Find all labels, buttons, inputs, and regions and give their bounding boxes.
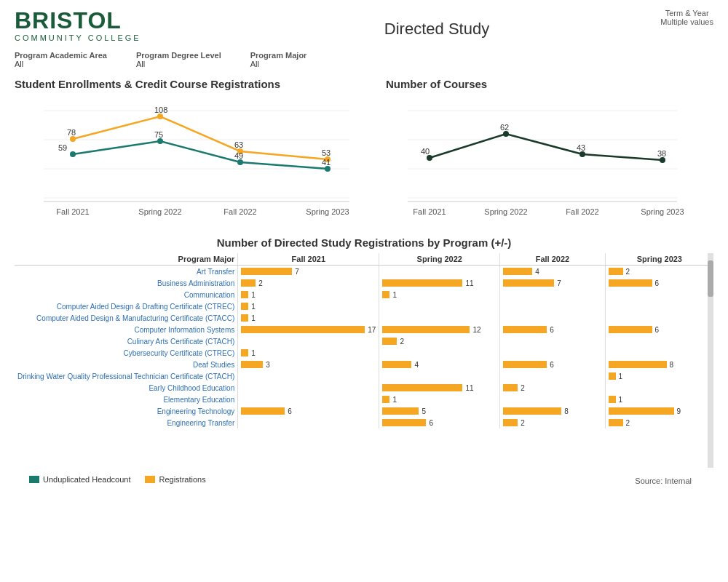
legend-teal-swatch bbox=[29, 476, 39, 483]
bar-value: 2 bbox=[258, 279, 263, 287]
bar-container: 6 bbox=[241, 406, 376, 416]
bar-container: 7 bbox=[503, 278, 601, 288]
bar-cell: 1 bbox=[379, 394, 500, 405]
col-fall2021: Fall 2021 bbox=[238, 253, 379, 266]
bar-orange bbox=[382, 338, 397, 345]
bar-container: 2 bbox=[241, 278, 376, 288]
program-name-cell: Cybersecurity Certificate (CTREC) bbox=[15, 347, 238, 359]
bar-container: 1 bbox=[241, 313, 376, 323]
svg-text:Fall 2022: Fall 2022 bbox=[223, 207, 256, 216]
left-chart-svg: 78 108 63 53 59 75 49 41 Fall 2021 Sprin… bbox=[15, 96, 364, 227]
bar-orange bbox=[609, 326, 652, 333]
bar-container: 12 bbox=[382, 324, 496, 335]
svg-text:75: 75 bbox=[154, 130, 163, 139]
bar-container: 1 bbox=[382, 290, 496, 300]
bar-cell: 2 bbox=[379, 335, 500, 347]
svg-text:78: 78 bbox=[67, 128, 76, 137]
bar-container: 17 bbox=[241, 324, 376, 335]
left-chart: Student Enrollments & Credit Course Regi… bbox=[15, 78, 371, 229]
table-row: Computer Aided Design & Manufacturing Ce… bbox=[15, 312, 713, 324]
bar-orange bbox=[241, 326, 365, 333]
bar-orange bbox=[382, 361, 411, 368]
bar-cell: 11 bbox=[379, 277, 500, 289]
scrollbar-thumb[interactable] bbox=[708, 260, 713, 297]
bar-cell: 4 bbox=[500, 266, 605, 278]
bar-value: 1 bbox=[251, 291, 256, 299]
bar-value: 1 bbox=[392, 396, 397, 404]
bar-cell bbox=[238, 417, 379, 428]
svg-point-32 bbox=[579, 151, 585, 157]
program-name-cell: Computer Aided Design & Manufacturing Ce… bbox=[15, 312, 238, 324]
bar-container: 2 bbox=[609, 418, 711, 428]
bar-value: 17 bbox=[368, 326, 376, 334]
legend-orange-label: Registrations bbox=[159, 475, 205, 484]
bar-container: 1 bbox=[241, 290, 376, 300]
bar-container bbox=[503, 313, 601, 323]
table-row: Computer Information Systems171266 bbox=[15, 324, 713, 335]
bar-container bbox=[241, 383, 376, 393]
table-row: Deaf Studies3468 bbox=[15, 359, 713, 370]
bar-cell: 11 bbox=[379, 382, 500, 394]
bar-container bbox=[241, 418, 376, 428]
bar-value: 12 bbox=[472, 326, 480, 334]
svg-point-31 bbox=[503, 131, 509, 137]
bar-container bbox=[609, 383, 711, 393]
svg-point-13 bbox=[70, 151, 76, 157]
logo-community: COMMUNITY COLLEGE bbox=[15, 33, 160, 42]
bar-cell: 5 bbox=[379, 405, 500, 417]
bar-value: 6 bbox=[550, 326, 554, 334]
legend: Unduplicated Headcount Registrations bbox=[15, 471, 221, 488]
table-row: Cybersecurity Certificate (CTREC)1 bbox=[15, 347, 713, 359]
bar-cell bbox=[605, 335, 713, 347]
bar-cell bbox=[605, 382, 713, 394]
bar-value: 6 bbox=[655, 326, 660, 334]
bar-orange bbox=[503, 279, 554, 287]
bar-orange bbox=[503, 361, 547, 368]
bar-orange bbox=[609, 396, 616, 403]
source-label: Source: Internal bbox=[635, 477, 713, 485]
bar-cell bbox=[605, 347, 713, 359]
scrollbar[interactable] bbox=[708, 253, 713, 468]
bar-container bbox=[609, 313, 711, 323]
program-name-cell: Art Transfer bbox=[15, 266, 238, 278]
bar-value: 2 bbox=[521, 419, 525, 427]
bar-cell: 2 bbox=[500, 417, 605, 428]
bar-cell bbox=[379, 347, 500, 359]
bar-container bbox=[382, 371, 496, 381]
right-chart: Number of Courses 40 62 43 38 Fall 2021 … bbox=[386, 78, 706, 229]
bar-orange bbox=[241, 279, 256, 287]
bar-container: 6 bbox=[503, 359, 601, 370]
bar-cell bbox=[238, 370, 379, 382]
bar-cell bbox=[379, 266, 500, 278]
bar-orange bbox=[609, 279, 652, 287]
svg-point-5 bbox=[70, 136, 76, 142]
table-row: Communication11 bbox=[15, 289, 713, 300]
svg-text:Spring 2023: Spring 2023 bbox=[641, 207, 684, 216]
bar-cell: 4 bbox=[379, 359, 500, 370]
bar-cell bbox=[238, 394, 379, 405]
bar-container bbox=[503, 371, 601, 381]
charts-row: Student Enrollments & Credit Course Regi… bbox=[0, 78, 728, 229]
bar-cell bbox=[500, 289, 605, 300]
bar-value: 1 bbox=[251, 349, 256, 357]
table-row: Engineering Transfer622 bbox=[15, 417, 713, 428]
bar-cell bbox=[605, 289, 713, 300]
bar-value: 4 bbox=[414, 361, 419, 369]
svg-point-16 bbox=[325, 166, 331, 172]
bar-orange bbox=[503, 407, 561, 415]
bar-orange bbox=[241, 303, 248, 310]
bar-container bbox=[609, 301, 711, 311]
bar-cell bbox=[500, 312, 605, 324]
legend-teal-label: Unduplicated Headcount bbox=[43, 475, 130, 484]
bar-cell bbox=[605, 312, 713, 324]
bar-container: 8 bbox=[503, 406, 601, 416]
right-chart-svg: 40 62 43 38 Fall 2021 Spring 2022 Fall 2… bbox=[386, 96, 692, 227]
bar-orange bbox=[241, 314, 248, 322]
filter-academic-area[interactable]: Program Academic Area All bbox=[15, 51, 107, 68]
filter-academic-area-value: All bbox=[15, 60, 107, 68]
bar-container bbox=[241, 336, 376, 346]
bar-value: 8 bbox=[670, 361, 674, 369]
filter-major[interactable]: Program Major All bbox=[250, 51, 307, 68]
program-name-cell: Communication bbox=[15, 289, 238, 300]
filter-degree-level[interactable]: Program Degree Level All bbox=[136, 51, 221, 68]
